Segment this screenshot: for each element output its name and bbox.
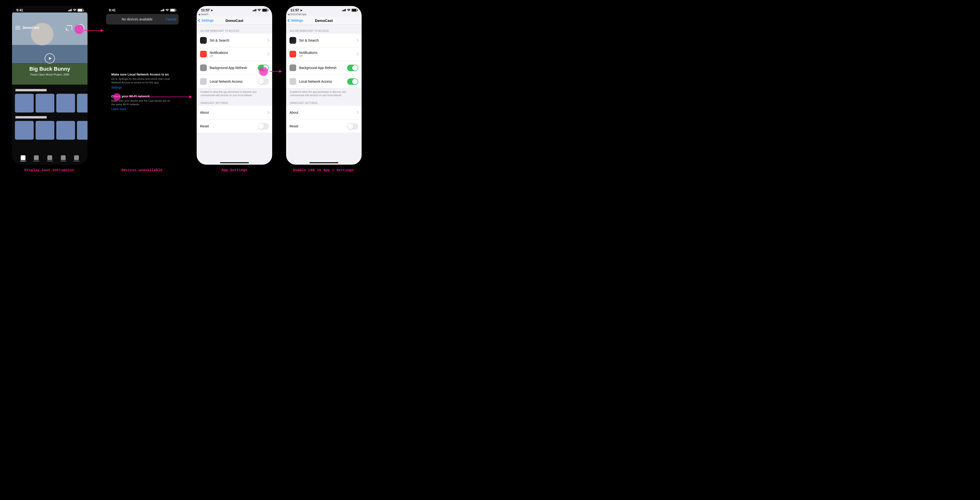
cell-label: Reset [290, 124, 347, 128]
flow-arrow-1 [84, 30, 103, 31]
chevron-right-icon [266, 111, 269, 114]
chevron-right-icon [266, 52, 269, 56]
tip-wifi-body: Make sure your device and the Cast devic… [111, 99, 173, 106]
tab-item[interactable] [20, 155, 26, 161]
toggle-bg-refresh[interactable] [258, 65, 269, 71]
media-tile[interactable] [36, 121, 54, 140]
cell-siri[interactable]: Siri & Search [197, 34, 272, 48]
hero-subtitle: Peach Open Movie Project, 2008 [12, 73, 88, 76]
lna-footnote: Enabled to allow this app permission to … [197, 89, 272, 97]
cancel-button[interactable]: Cancel [165, 17, 176, 21]
media-tile[interactable] [77, 94, 88, 113]
tab-item[interactable] [73, 155, 80, 161]
media-tile[interactable] [36, 94, 54, 113]
back-button[interactable]: Settings [199, 19, 214, 22]
page-title: DemoCast [226, 19, 243, 22]
status-time: 11:57 [201, 8, 210, 12]
status-bar: 9:41 [12, 6, 88, 13]
wifi-icon [165, 9, 169, 11]
chevron-right-icon [355, 52, 359, 56]
breadcrumb[interactable]: ◀Search [197, 13, 272, 16]
nav-header: Settings DemoCast [286, 16, 362, 25]
home-indicator[interactable] [309, 162, 338, 163]
cell-label: About [200, 111, 266, 114]
toggle-reset[interactable] [347, 123, 358, 130]
cell-notifications[interactable]: NotificationsOff [197, 48, 272, 61]
tab-item[interactable] [33, 155, 39, 161]
app-title: DemoCast [22, 26, 39, 30]
flow-arrow-3 [269, 71, 282, 71]
section-heading-placeholder [15, 116, 47, 119]
cell-siri[interactable]: Siri & Search [286, 34, 362, 48]
gear-icon [290, 64, 296, 71]
diagram-canvas: 9:41 DemoCast Big Buck Bunny Pea [0, 0, 370, 189]
battery-icon [78, 9, 83, 12]
network-icon [200, 78, 207, 85]
status-bar: 11:57➤ [286, 6, 362, 13]
learn-more-link[interactable]: Learn more [111, 108, 126, 111]
wifi-icon [347, 9, 350, 11]
cell-label: Reset [200, 124, 258, 128]
toggle-lna-off[interactable] [258, 78, 269, 85]
location-icon: ➤ [300, 9, 302, 12]
menu-icon[interactable] [15, 27, 20, 28]
cell-bg-refresh: Background App Refresh [286, 61, 362, 75]
toggle-lna-on[interactable] [347, 78, 358, 85]
siri-icon [290, 37, 296, 44]
tile-row[interactable] [12, 121, 88, 140]
tab-bar [12, 154, 88, 163]
tab-item[interactable] [60, 155, 66, 161]
notifications-icon [200, 51, 207, 57]
settings-link[interactable]: Settings [111, 86, 122, 89]
cell-about[interactable]: About [197, 106, 272, 119]
tile-row[interactable] [12, 94, 88, 113]
back-button[interactable]: Settings [288, 19, 303, 22]
screen-devices-unavailable: 9:41 No devices available Cancel Make su… [105, 6, 180, 165]
breadcrumb[interactable]: ◀DemoCast app [286, 13, 362, 16]
cell-label: Local Network Access [210, 79, 258, 83]
flow-arrow-2 [124, 97, 192, 97]
screen-cast-entrypoint: 9:41 DemoCast Big Buck Bunny Pea [12, 6, 88, 165]
screen-app-settings-after: 11:57➤ ◀DemoCast app Settings DemoCast A… [286, 6, 362, 165]
page-title: DemoCast [315, 19, 333, 22]
status-time: 11:57 [290, 8, 299, 12]
caption-2: Devices unavailable [102, 168, 181, 172]
status-time: 9:41 [109, 8, 116, 12]
media-tile[interactable] [56, 94, 75, 113]
cell-notifications[interactable]: NotificationsOff [286, 48, 362, 61]
cell-sublabel: Off [299, 55, 356, 57]
cellular-icon [253, 9, 256, 11]
cell-label: Siri & Search [210, 38, 266, 42]
tip-wifi-title: Check your Wi-Fi network [111, 94, 173, 98]
status-bar: 11:57➤ [197, 6, 272, 13]
cell-about[interactable]: About [286, 106, 362, 119]
profile-button[interactable] [77, 24, 84, 31]
cast-icon[interactable] [66, 25, 72, 30]
cell-label: About [290, 111, 356, 114]
battery-icon [352, 9, 357, 12]
wifi-icon [73, 9, 76, 11]
screen-app-settings-before: 11:57➤ ◀Search Settings DemoCast ALLOW D… [197, 6, 272, 165]
lna-footnote: Enabled to allow this app permission to … [286, 89, 362, 97]
toggle-reset[interactable] [258, 123, 269, 130]
media-tile[interactable] [15, 121, 33, 140]
media-tile[interactable] [15, 94, 33, 113]
section-header-allow: ALLOW DEMOCAST TO ACCESS [197, 25, 272, 34]
gear-icon [200, 64, 207, 71]
cell-bg-refresh: Background App Refresh [197, 61, 272, 75]
cell-reset: Reset [286, 119, 362, 133]
media-tile[interactable] [56, 121, 75, 140]
battery-icon [262, 9, 268, 12]
cell-label: Notifications [210, 51, 228, 55]
status-bar: 9:41 [105, 6, 180, 13]
network-icon [290, 78, 296, 85]
chevron-left-icon [288, 19, 291, 22]
media-tile[interactable] [77, 121, 88, 140]
toggle-bg-refresh[interactable] [347, 65, 358, 71]
home-indicator[interactable] [220, 162, 249, 163]
person-icon [79, 26, 82, 29]
sheet-body: Make sure Local Network Access is on Go … [105, 24, 180, 111]
tab-item[interactable] [47, 155, 52, 161]
play-button[interactable] [45, 53, 55, 63]
location-icon: ➤ [211, 9, 213, 12]
